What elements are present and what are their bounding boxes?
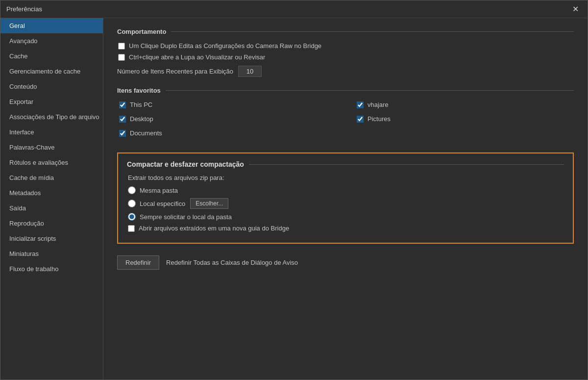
sidebar: GeralAvançadoCacheGerenciamento de cache…: [0, 18, 103, 380]
fav-documents-checkbox[interactable]: [119, 130, 126, 137]
sidebar-item-inicializar-scripts[interactable]: Inicializar scripts: [0, 231, 103, 246]
bottom-area: Redefinir Redefinir Todas as Caixas de D…: [117, 255, 574, 270]
sidebar-item-geral[interactable]: Geral: [0, 18, 103, 33]
ctrl-click-checkbox[interactable]: [118, 54, 125, 61]
reset-all-label: Redefinir Todas as Caixas de Diálogo de …: [166, 259, 298, 266]
favorites-title: Itens favoritos: [117, 87, 161, 94]
sidebar-item-conteúdo[interactable]: Conteúdo: [0, 79, 103, 94]
fav-desktop-checkbox[interactable]: [119, 116, 126, 123]
recent-items-label: Número de Itens Recentes para Exibição: [117, 68, 233, 75]
sidebar-item-interface[interactable]: Interface: [0, 125, 103, 140]
content-area: GeralAvançadoCacheGerenciamento de cache…: [0, 18, 588, 380]
sidebar-item-gerenciamento-de-cache[interactable]: Gerenciamento de cache: [0, 64, 103, 79]
compress-line: [249, 164, 564, 165]
fav-pictures-checkbox[interactable]: [357, 116, 364, 123]
favorites-line: [166, 90, 574, 91]
recent-items-input[interactable]: [238, 66, 262, 77]
fav-documents-label: Documents: [130, 129, 162, 137]
compress-title: Compactar e desfazer compactação: [127, 160, 244, 168]
radio-same-folder: Mesma pasta: [127, 186, 564, 194]
radio-same-folder-input[interactable]: [128, 186, 136, 194]
compress-section: Compactar e desfazer compactação Extrair…: [117, 152, 574, 244]
sidebar-item-fluxo-de-trabalho[interactable]: Fluxo de trabalho: [0, 261, 103, 277]
favorites-grid: This PC vhajare Desktop Pictures: [117, 101, 574, 141]
recent-items-row: Número de Itens Recentes para Exibição: [117, 66, 574, 77]
fav-vhajare-checkbox[interactable]: [357, 101, 364, 108]
radio-always-ask-label: Sempre solicitar o local da pasta: [140, 213, 232, 221]
title-bar: Preferências ✕: [0, 0, 588, 18]
choose-button[interactable]: Escolher...: [190, 198, 228, 209]
behavior-title: Comportamento: [117, 28, 166, 35]
sidebar-item-associações-de-tipo-de-arquivo[interactable]: Associações de Tipo de arquivo: [0, 109, 103, 125]
fav-this-pc: This PC: [118, 101, 336, 108]
camera-raw-checkbox[interactable]: [118, 43, 125, 50]
behavior-section: Comportamento Um Clique Duplo Edita as C…: [117, 28, 574, 77]
favorites-section: Itens favoritos This PC vhajare Desktop: [117, 87, 574, 141]
sidebar-item-reprodução[interactable]: Reprodução: [0, 216, 103, 231]
sidebar-item-exportar[interactable]: Exportar: [0, 94, 103, 109]
sidebar-item-palavras-chave[interactable]: Palavras-Chave: [0, 140, 103, 155]
radio-specific-input[interactable]: [128, 200, 136, 207]
preferences-dialog: Preferências ✕ GeralAvançadoCacheGerenci…: [0, 0, 588, 380]
radio-specific-label: Local específico: [140, 200, 185, 207]
reset-button[interactable]: Redefinir: [117, 255, 159, 270]
radio-specific: Local específico Escolher...: [127, 198, 564, 209]
main-panel: Comportamento Um Clique Duplo Edita as C…: [103, 18, 588, 380]
checkbox-row-2: Ctrl+clique abre a Lupa ao Visualizar ou…: [117, 53, 574, 61]
compress-header: Compactar e desfazer compactação: [127, 160, 564, 168]
close-button[interactable]: ✕: [569, 3, 582, 15]
open-new-tab-label: Abrir arquivos extraídos em uma nova gui…: [139, 225, 289, 232]
sidebar-item-cache[interactable]: Cache: [0, 49, 103, 64]
fav-desktop-label: Desktop: [130, 115, 153, 123]
sidebar-item-saída[interactable]: Saída: [0, 201, 103, 216]
ctrl-click-label: Ctrl+clique abre a Lupa ao Visualizar ou…: [129, 53, 265, 61]
fav-vhajare-label: vhajare: [368, 101, 389, 108]
open-new-tab-checkbox[interactable]: [128, 225, 135, 232]
fav-pictures-label: Pictures: [368, 115, 391, 123]
dialog-title: Preferências: [6, 5, 42, 13]
sidebar-item-rótulos-e-avaliações[interactable]: Rótulos e avaliações: [0, 155, 103, 170]
open-new-tab-row: Abrir arquivos extraídos em uma nova gui…: [127, 225, 564, 232]
sidebar-item-cache-de-mídia[interactable]: Cache de mídia: [0, 170, 103, 185]
behavior-line: [171, 31, 574, 32]
camera-raw-label: Um Clique Duplo Edita as Configurações d…: [129, 42, 321, 50]
radio-always-ask: Sempre solicitar o local da pasta: [127, 213, 564, 221]
sidebar-item-avançado[interactable]: Avançado: [0, 33, 103, 49]
sidebar-item-metadados[interactable]: Metadados: [0, 185, 103, 201]
checkbox-row-1: Um Clique Duplo Edita as Configurações d…: [117, 42, 574, 50]
fav-this-pc-checkbox[interactable]: [119, 101, 126, 108]
fav-vhajare: vhajare: [356, 101, 574, 108]
fav-desktop: Desktop: [118, 115, 336, 123]
radio-always-ask-input[interactable]: [128, 213, 136, 221]
fav-this-pc-label: This PC: [130, 101, 152, 108]
behavior-header: Comportamento: [117, 28, 574, 35]
sidebar-item-miniaturas[interactable]: Miniaturas: [0, 246, 103, 261]
radio-same-folder-label: Mesma pasta: [140, 187, 178, 194]
fav-documents: Documents: [118, 129, 336, 137]
favorites-header: Itens favoritos: [117, 87, 574, 94]
fav-pictures: Pictures: [356, 115, 574, 123]
extract-label: Extrair todos os arquivos zip para:: [128, 174, 564, 181]
